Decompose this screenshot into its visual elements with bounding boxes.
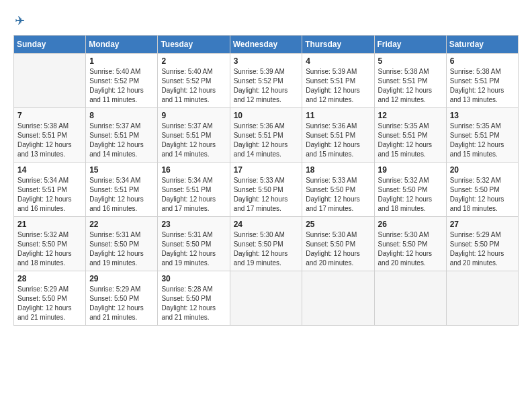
day-info: Sunrise: 5:32 AM Sunset: 5:50 PM Dayligh… [378,176,443,214]
day-info: Sunrise: 5:38 AM Sunset: 5:51 PM Dayligh… [17,122,82,159]
day-number: 13 [450,111,515,120]
day-number: 28 [17,274,82,283]
day-info: Sunrise: 5:30 AM Sunset: 5:50 PM Dayligh… [306,230,370,268]
day-number: 23 [161,220,226,229]
day-number: 6 [450,56,515,66]
calendar-header-row: SundayMondayTuesdayWednesdayThursdayFrid… [14,36,519,54]
day-info: Sunrise: 5:33 AM Sunset: 5:50 PM Dayligh… [234,176,299,214]
day-info: Sunrise: 5:32 AM Sunset: 5:50 PM Dayligh… [450,176,515,214]
calendar-cell: 26Sunrise: 5:30 AM Sunset: 5:50 PM Dayli… [374,217,446,271]
day-number: 16 [161,165,226,175]
day-number: 27 [450,220,515,229]
calendar-cell: 25Sunrise: 5:30 AM Sunset: 5:50 PM Dayli… [302,217,374,271]
calendar-week-row: 14Sunrise: 5:34 AM Sunset: 5:51 PM Dayli… [14,163,519,217]
calendar-cell: 27Sunrise: 5:29 AM Sunset: 5:50 PM Dayli… [446,217,518,271]
day-info: Sunrise: 5:39 AM Sunset: 5:52 PM Dayligh… [234,67,299,105]
day-info: Sunrise: 5:34 AM Sunset: 5:51 PM Dayligh… [161,176,226,214]
day-number: 17 [234,165,299,175]
calendar-cell [302,271,374,326]
day-number: 3 [234,56,299,66]
day-info: Sunrise: 5:38 AM Sunset: 5:51 PM Dayligh… [450,67,515,105]
logo: ✈ [13,13,25,28]
day-info: Sunrise: 5:31 AM Sunset: 5:50 PM Dayligh… [89,230,154,268]
calendar-cell: 22Sunrise: 5:31 AM Sunset: 5:50 PM Dayli… [86,217,158,271]
day-number: 24 [234,220,299,229]
calendar-cell: 10Sunrise: 5:36 AM Sunset: 5:51 PM Dayli… [230,108,302,163]
calendar-cell: 18Sunrise: 5:33 AM Sunset: 5:50 PM Dayli… [302,163,374,217]
day-header-saturday: Saturday [446,36,518,54]
day-number: 14 [17,165,82,175]
header: ✈ [13,13,519,28]
calendar-cell: 24Sunrise: 5:30 AM Sunset: 5:50 PM Dayli… [230,217,302,271]
calendar-cell: 3Sunrise: 5:39 AM Sunset: 5:52 PM Daylig… [230,54,302,108]
calendar-cell: 17Sunrise: 5:33 AM Sunset: 5:50 PM Dayli… [230,163,302,217]
day-number: 18 [306,165,370,175]
calendar-cell [14,54,86,108]
day-number: 8 [89,111,154,120]
day-number: 12 [378,111,443,120]
day-header-friday: Friday [374,36,446,54]
calendar-cell: 28Sunrise: 5:29 AM Sunset: 5:50 PM Dayli… [14,271,86,326]
calendar-cell: 9Sunrise: 5:37 AM Sunset: 5:51 PM Daylig… [158,108,230,163]
calendar-cell: 6Sunrise: 5:38 AM Sunset: 5:51 PM Daylig… [446,54,518,108]
day-info: Sunrise: 5:30 AM Sunset: 5:50 PM Dayligh… [234,230,299,268]
day-header-monday: Monday [86,36,158,54]
day-info: Sunrise: 5:37 AM Sunset: 5:51 PM Dayligh… [89,122,154,159]
day-info: Sunrise: 5:40 AM Sunset: 5:52 PM Dayligh… [89,67,154,105]
day-info: Sunrise: 5:33 AM Sunset: 5:50 PM Dayligh… [306,176,370,214]
day-header-wednesday: Wednesday [230,36,302,54]
day-info: Sunrise: 5:29 AM Sunset: 5:50 PM Dayligh… [450,230,515,268]
calendar-cell: 2Sunrise: 5:40 AM Sunset: 5:52 PM Daylig… [158,54,230,108]
day-info: Sunrise: 5:39 AM Sunset: 5:51 PM Dayligh… [306,67,370,105]
day-number: 4 [306,56,370,66]
day-info: Sunrise: 5:38 AM Sunset: 5:51 PM Dayligh… [378,67,443,105]
calendar-cell: 7Sunrise: 5:38 AM Sunset: 5:51 PM Daylig… [14,108,86,163]
day-info: Sunrise: 5:36 AM Sunset: 5:51 PM Dayligh… [306,122,370,159]
day-number: 20 [450,165,515,175]
day-number: 30 [161,274,226,283]
logo-bird-icon: ✈ [15,13,25,28]
day-number: 5 [378,56,443,66]
calendar-cell: 15Sunrise: 5:34 AM Sunset: 5:51 PM Dayli… [86,163,158,217]
day-number: 29 [89,274,154,283]
day-number: 10 [234,111,299,120]
calendar-cell: 5Sunrise: 5:38 AM Sunset: 5:51 PM Daylig… [374,54,446,108]
calendar-cell: 30Sunrise: 5:28 AM Sunset: 5:50 PM Dayli… [158,271,230,326]
day-header-thursday: Thursday [302,36,374,54]
calendar-cell: 16Sunrise: 5:34 AM Sunset: 5:51 PM Dayli… [158,163,230,217]
day-number: 7 [17,111,82,120]
calendar-cell: 19Sunrise: 5:32 AM Sunset: 5:50 PM Dayli… [374,163,446,217]
calendar-week-row: 1Sunrise: 5:40 AM Sunset: 5:52 PM Daylig… [14,54,519,108]
day-info: Sunrise: 5:34 AM Sunset: 5:51 PM Dayligh… [89,176,154,214]
calendar-cell: 4Sunrise: 5:39 AM Sunset: 5:51 PM Daylig… [302,54,374,108]
day-number: 21 [17,220,82,229]
calendar-cell: 29Sunrise: 5:29 AM Sunset: 5:50 PM Dayli… [86,271,158,326]
calendar-cell [446,271,518,326]
day-header-tuesday: Tuesday [158,36,230,54]
day-header-sunday: Sunday [14,36,86,54]
day-info: Sunrise: 5:34 AM Sunset: 5:51 PM Dayligh… [17,176,82,214]
calendar-cell: 8Sunrise: 5:37 AM Sunset: 5:51 PM Daylig… [86,108,158,163]
day-number: 2 [161,56,226,66]
calendar-cell: 23Sunrise: 5:31 AM Sunset: 5:50 PM Dayli… [158,217,230,271]
day-info: Sunrise: 5:28 AM Sunset: 5:50 PM Dayligh… [161,285,226,322]
day-number: 15 [89,165,154,175]
day-info: Sunrise: 5:37 AM Sunset: 5:51 PM Dayligh… [161,122,226,159]
calendar-cell: 20Sunrise: 5:32 AM Sunset: 5:50 PM Dayli… [446,163,518,217]
calendar-cell [230,271,302,326]
day-number: 9 [161,111,226,120]
calendar-week-row: 7Sunrise: 5:38 AM Sunset: 5:51 PM Daylig… [14,108,519,163]
calendar-cell [374,271,446,326]
calendar-cell: 11Sunrise: 5:36 AM Sunset: 5:51 PM Dayli… [302,108,374,163]
day-info: Sunrise: 5:32 AM Sunset: 5:50 PM Dayligh… [17,230,82,268]
day-number: 19 [378,165,443,175]
day-number: 1 [89,56,154,66]
calendar-week-row: 28Sunrise: 5:29 AM Sunset: 5:50 PM Dayli… [14,271,519,326]
calendar-cell: 21Sunrise: 5:32 AM Sunset: 5:50 PM Dayli… [14,217,86,271]
day-info: Sunrise: 5:40 AM Sunset: 5:52 PM Dayligh… [161,67,226,105]
day-info: Sunrise: 5:35 AM Sunset: 5:51 PM Dayligh… [378,122,443,159]
day-info: Sunrise: 5:29 AM Sunset: 5:50 PM Dayligh… [89,285,154,322]
day-number: 11 [306,111,370,120]
calendar-week-row: 21Sunrise: 5:32 AM Sunset: 5:50 PM Dayli… [14,217,519,271]
day-number: 22 [89,220,154,229]
